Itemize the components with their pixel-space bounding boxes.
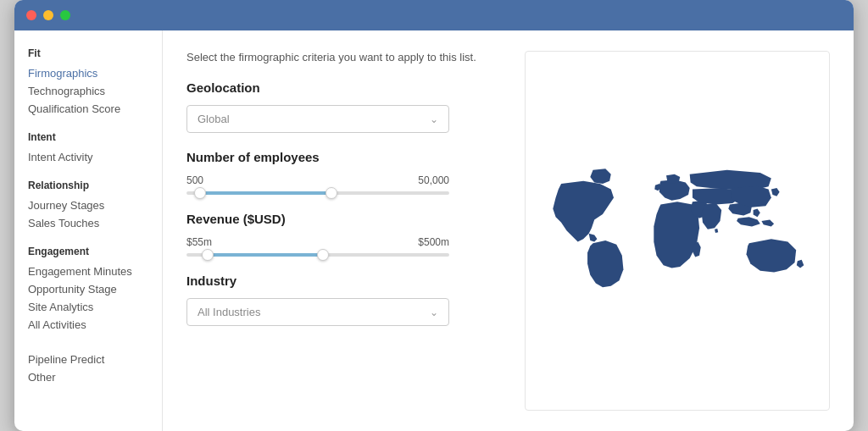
employees-title: Number of employees <box>186 150 504 164</box>
employees-min-label: 500 <box>186 174 203 186</box>
world-map-container <box>525 51 830 411</box>
sidebar-item-other[interactable]: Other <box>28 368 148 386</box>
sidebar-section-3: Engagement <box>28 246 148 257</box>
main-left-panel: Select the firmographic criteria you wan… <box>186 51 504 411</box>
sidebar-item-intent-activity[interactable]: Intent Activity <box>28 148 148 166</box>
sidebar-section-1: Intent <box>28 131 148 143</box>
maximize-button[interactable] <box>60 10 70 20</box>
employees-section: Number of employees 500 50,000 <box>186 150 504 195</box>
revenue-range-track[interactable] <box>186 253 449 257</box>
sidebar-item-engagement-minutes[interactable]: Engagement Minutes <box>28 262 148 280</box>
industry-section: Industry All Industries ⌄ <box>186 274 504 326</box>
employees-thumb-left[interactable] <box>194 187 206 199</box>
revenue-labels: $55m $500m <box>186 236 449 248</box>
minimize-button[interactable] <box>43 10 53 20</box>
industry-value: All Industries <box>198 306 260 318</box>
sidebar-section-2: Relationship <box>28 180 148 191</box>
sidebar-item-journey-stages[interactable]: Journey Stages <box>28 196 148 214</box>
employees-range-fill <box>200 191 331 195</box>
revenue-range-fill <box>208 253 323 257</box>
sidebar-item-opportunity-stage[interactable]: Opportunity Stage <box>28 280 148 298</box>
geolocation-dropdown[interactable]: Global ⌄ <box>186 105 449 133</box>
app-window: FitFirmographicsTechnographicsQualificat… <box>14 0 854 431</box>
titlebar <box>14 0 854 30</box>
industry-dropdown[interactable]: All Industries ⌄ <box>186 298 449 326</box>
chevron-down-icon: ⌄ <box>430 307 438 318</box>
revenue-max-label: $500m <box>418 236 449 248</box>
main-content: Select the firmographic criteria you wan… <box>163 30 854 431</box>
chevron-down-icon: ⌄ <box>430 113 438 125</box>
employees-thumb-right[interactable] <box>326 187 337 199</box>
revenue-thumb-left[interactable] <box>202 249 214 261</box>
sidebar-section-0: Fit <box>28 47 148 59</box>
sidebar-item-qualification-score[interactable]: Qualification Score <box>28 100 148 118</box>
employees-range-track[interactable] <box>186 191 449 195</box>
sidebar-item-technographics[interactable]: Technographics <box>28 82 148 100</box>
geolocation-title: Geolocation <box>186 80 504 95</box>
instruction-text: Select the firmographic criteria you wan… <box>186 51 504 64</box>
sidebar: FitFirmographicsTechnographicsQualificat… <box>14 30 163 431</box>
geolocation-value: Global <box>198 113 230 125</box>
revenue-section: Revenue ($USD) $55m $500m <box>186 212 504 257</box>
content-area: FitFirmographicsTechnographicsQualificat… <box>14 30 854 431</box>
sidebar-item-sales-touches[interactable]: Sales Touches <box>28 214 148 232</box>
employees-max-label: 50,000 <box>418 174 449 186</box>
close-button[interactable] <box>26 10 36 20</box>
geolocation-section: Geolocation Global ⌄ <box>186 80 504 133</box>
revenue-min-label: $55m <box>186 236 212 248</box>
revenue-thumb-right[interactable] <box>317 249 329 261</box>
sidebar-item-firmographics[interactable]: Firmographics <box>28 64 148 82</box>
employees-labels: 500 50,000 <box>186 174 449 186</box>
revenue-title: Revenue ($USD) <box>186 212 504 226</box>
sidebar-item-all-activities[interactable]: All Activities <box>28 316 148 334</box>
sidebar-item-pipeline-predict[interactable]: Pipeline Predict <box>28 351 148 368</box>
industry-title: Industry <box>186 274 504 288</box>
sidebar-item-site-analytics[interactable]: Site Analytics <box>28 298 148 316</box>
world-map <box>539 162 815 300</box>
